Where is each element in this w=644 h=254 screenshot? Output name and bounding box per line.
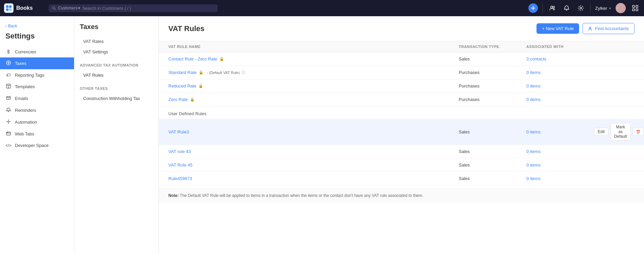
vat-rule-name-vat-rule-43[interactable]: VAT rule 43 (168, 149, 459, 154)
sidebar-item-currencies[interactable]: $ Currencies (0, 46, 74, 57)
table-row: VAT Rule3 Sales 0 items Edit Mark as Def… (159, 119, 644, 145)
associated-with-cell: 0 items (526, 70, 594, 75)
app-layout: ‹ Back Settings $ Currencies Taxes 🏷 Rep… (0, 0, 644, 254)
col-actions (594, 45, 635, 49)
bell-icon[interactable] (562, 3, 571, 13)
associated-with-cell: 0 items (526, 149, 594, 154)
sidebar-item-templates[interactable]: Templates (0, 81, 74, 93)
associated-with-cell: 0 items (526, 176, 594, 181)
transaction-type-cell: Sales (459, 129, 526, 134)
vat-rule-name-zero-rate[interactable]: Zero Rate 🔒 (168, 97, 459, 102)
dollar-icon: $ (5, 49, 11, 54)
items-link[interactable]: 0 items (526, 97, 541, 102)
col-associated-with: ASSOCIATED WITH (526, 45, 594, 49)
vat-rule-name-standard-rate[interactable]: Standard Rate 🔒 - (Default VAT Rule) ⓘ (168, 70, 459, 75)
vat-rule-name-rule459873[interactable]: Rule459873 (168, 176, 459, 181)
nav-divider (543, 3, 543, 13)
sidebar-item-automation[interactable]: Automation (0, 116, 74, 128)
user-menu[interactable]: Zylker ▾ (595, 6, 611, 11)
settings-icon[interactable] (576, 3, 586, 13)
transaction-type-cell: Sales (459, 56, 526, 61)
nav-item-vat-rules[interactable]: VAT Rules (80, 70, 153, 80)
info-icon[interactable]: ⓘ (242, 70, 245, 75)
note-label: Note: (168, 193, 179, 198)
transaction-type-cell: Purchases (459, 70, 526, 75)
mark-as-default-button[interactable]: Mark as Default (611, 123, 631, 141)
new-vat-rule-button[interactable]: + New VAT Rule (536, 23, 579, 34)
user-avatar[interactable] (616, 3, 626, 13)
nav-item-vat-settings[interactable]: VAT Settings (80, 47, 153, 57)
svg-rect-14 (636, 9, 638, 11)
sidebar-item-web-tabs[interactable]: Web Tabs (0, 128, 74, 140)
add-button[interactable] (528, 3, 538, 13)
associated-with-cell: 0 items (526, 83, 594, 88)
table-row: Reduced Rate 🔒 Purchases 0 items (159, 79, 644, 93)
logo-icon (4, 3, 14, 13)
nav-item-vat-rates[interactable]: VAT Rates (80, 36, 153, 47)
svg-rect-13 (633, 9, 635, 11)
note-bar: Note: The Default VAT Rule will be appli… (159, 188, 644, 203)
items-link[interactable]: 0 items (526, 176, 541, 181)
back-button[interactable]: ‹ Back (0, 22, 74, 32)
row-actions: Edit Mark as Default (594, 123, 635, 141)
delete-button[interactable] (633, 128, 644, 136)
associated-with-cell: 0 items (526, 97, 594, 102)
table-row: VAT Rule 45 Sales 0 items (159, 158, 644, 172)
sidebar-item-developer-space[interactable]: </> Developer Space (0, 140, 74, 151)
code-icon: </> (5, 143, 11, 148)
sidebar-item-reminders[interactable]: Reminders (0, 104, 74, 116)
advanced-tax-section-label: ADVANCED TAX AUTOMATION (80, 63, 153, 67)
vat-rules-content: VAT Rules + New VAT Rule Find Accountant… (159, 16, 644, 254)
search-filter-dropdown[interactable]: Customers ▾ (58, 6, 80, 10)
top-nav: Books Customers ▾ (0, 0, 644, 16)
associated-with-cell: 3 contacts (526, 56, 594, 61)
sidebar-item-reporting-tags[interactable]: 🏷 Reporting Tags (0, 69, 74, 81)
svg-rect-0 (6, 5, 8, 8)
lock-icon: 🔒 (199, 70, 204, 75)
table-row: Zero Rate 🔒 Purchases 0 items (159, 93, 644, 106)
transaction-type-cell: Purchases (459, 97, 526, 102)
automation-icon (5, 119, 11, 125)
col-rule-name: VAT RULE NAME (168, 45, 459, 49)
edit-button[interactable]: Edit (594, 128, 609, 136)
lock-icon: 🔒 (190, 97, 195, 102)
contacts-link[interactable]: 3 contacts (526, 56, 546, 61)
contacts-icon[interactable] (548, 3, 557, 13)
sidebar-item-emails[interactable]: Emails (0, 93, 74, 104)
vat-rule-name-contact-rule-zero-rate[interactable]: Contact Rule - Zero Rate 🔒 (168, 56, 459, 61)
transaction-type-cell: Sales (459, 176, 526, 181)
items-link[interactable]: 0 items (526, 70, 541, 75)
vat-rule-name-reduced-rate[interactable]: Reduced Rate 🔒 (168, 83, 459, 88)
items-link[interactable]: 0 items (526, 162, 541, 168)
items-link[interactable]: 0 items (526, 83, 541, 88)
app-name: Books (16, 5, 33, 11)
template-icon (5, 84, 11, 90)
find-accountants-button[interactable]: Find Accountants (582, 23, 635, 34)
search-input[interactable] (82, 6, 214, 11)
sidebar-item-taxes[interactable]: Taxes (0, 57, 74, 69)
vat-rule-name-vat-rule3[interactable]: VAT Rule3 (168, 129, 459, 134)
other-taxes-section-label: OTHER TAXES (80, 86, 153, 91)
settings-sidebar: ‹ Back Settings $ Currencies Taxes 🏷 Rep… (0, 16, 74, 254)
web-tabs-icon (5, 131, 11, 137)
items-link[interactable]: 0 items (526, 129, 541, 134)
table-row: Rule459873 Sales 0 items (159, 172, 644, 185)
app-logo: Books (4, 3, 45, 13)
user-defined-section-label: User Defined Rules (159, 106, 644, 119)
vat-rule-name-vat-rule-45[interactable]: VAT Rule 45 (168, 162, 459, 168)
lock-icon: 🔒 (198, 84, 203, 88)
header-actions: + New VAT Rule Find Accountants (536, 23, 635, 34)
apps-grid-icon[interactable] (630, 3, 640, 13)
taxes-icon (5, 60, 11, 66)
table-row: Contact Rule - Zero Rate 🔒 Sales 3 conta… (159, 52, 644, 66)
table-row: VAT rule 43 Sales 0 items (159, 145, 644, 158)
nav-item-construction-withholding-tax[interactable]: Construction Withholding Tax (80, 93, 153, 104)
items-link[interactable]: 0 items (526, 149, 541, 154)
svg-rect-3 (9, 8, 11, 11)
search-bar[interactable]: Customers ▾ (49, 4, 218, 12)
mid-panel-title: Taxes (80, 23, 153, 31)
associated-with-cell: 0 items (526, 129, 594, 134)
svg-line-5 (55, 9, 56, 10)
associated-with-cell: 0 items (526, 162, 594, 168)
default-badge: - (Default VAT Rule) (207, 71, 240, 75)
